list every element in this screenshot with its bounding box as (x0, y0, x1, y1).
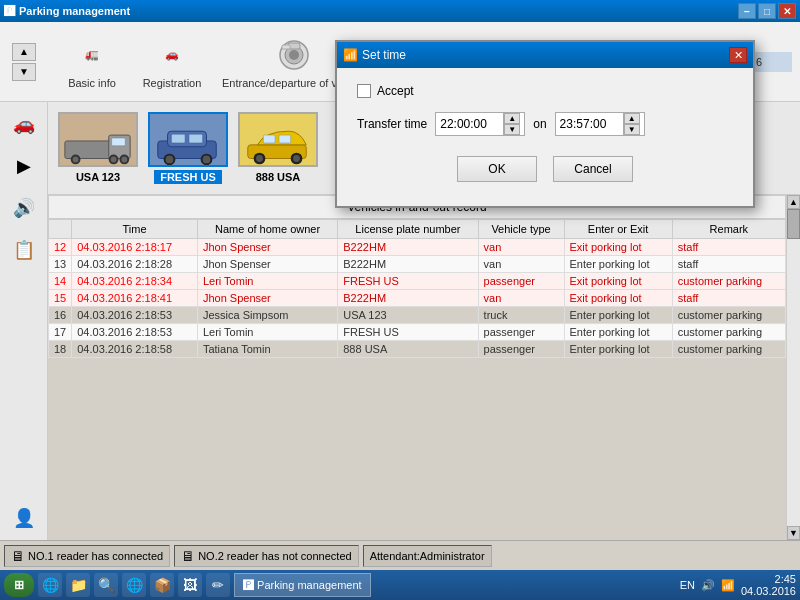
cancel-button[interactable]: Cancel (553, 156, 633, 182)
on-spinner-up[interactable]: ▲ (624, 113, 640, 124)
on-label: on (533, 117, 546, 131)
spinner-up[interactable]: ▲ (504, 113, 520, 124)
accept-label: Accept (377, 84, 414, 98)
transfer-time-spinner[interactable]: ▲ ▼ (503, 113, 520, 135)
on-time-input[interactable]: 23:57:00 ▲ ▼ (555, 112, 645, 136)
dialog-title-icon: 📶 (343, 48, 358, 62)
transfer-time-label: Transfer time (357, 117, 427, 131)
transfer-time-value: 22:00:00 (440, 117, 487, 131)
dialog-title-bar: 📶 Set time ✕ (337, 42, 753, 68)
accept-row: Accept (357, 84, 733, 98)
dialog-buttons: OK Cancel (357, 156, 733, 190)
time-row: Transfer time 22:00:00 ▲ ▼ on 23:57:00 ▲ (357, 112, 733, 136)
on-spinner-down[interactable]: ▼ (624, 124, 640, 135)
ok-button[interactable]: OK (457, 156, 537, 182)
dialog-close-button[interactable]: ✕ (729, 47, 747, 63)
on-time-value: 23:57:00 (560, 117, 607, 131)
on-time-spinner[interactable]: ▲ ▼ (623, 113, 640, 135)
spinner-down[interactable]: ▼ (504, 124, 520, 135)
dialog-title-text: Set time (362, 48, 406, 62)
dialog-content: Accept Transfer time 22:00:00 ▲ ▼ on 23:… (337, 68, 753, 206)
dialog-overlay: 📶 Set time ✕ Accept Transfer time 22:00:… (0, 0, 800, 600)
set-time-dialog: 📶 Set time ✕ Accept Transfer time 22:00:… (335, 40, 755, 208)
transfer-time-input[interactable]: 22:00:00 ▲ ▼ (435, 112, 525, 136)
accept-checkbox[interactable] (357, 84, 371, 98)
